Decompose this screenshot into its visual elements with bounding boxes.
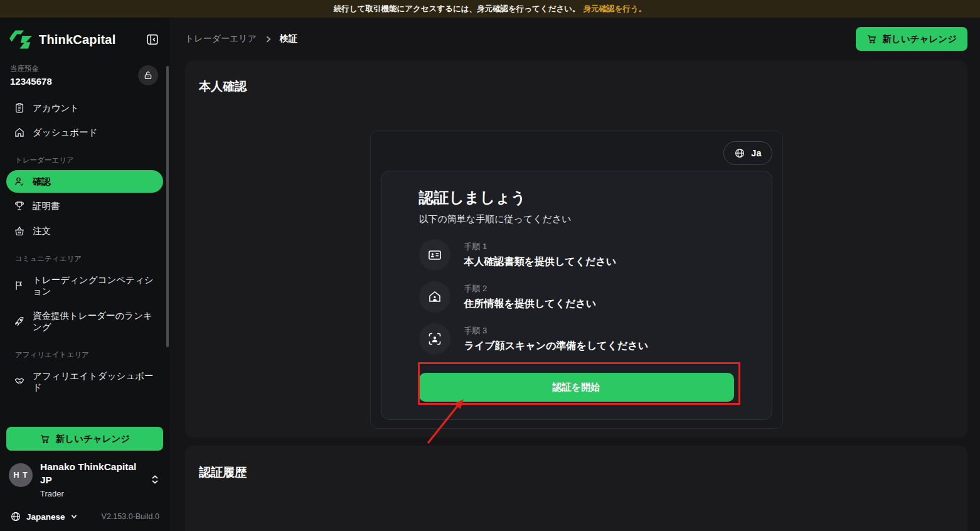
brand[interactable]: ThinkCapital <box>8 29 115 50</box>
home-user-icon <box>419 281 450 313</box>
sidebar: ThinkCapital 当座預金 12345678 <box>0 18 169 531</box>
verification-step: 手順 2 住所情報を提供してください <box>419 281 734 313</box>
unlock-icon[interactable] <box>138 65 158 85</box>
sidebar-item-label: 証明書 <box>33 200 60 212</box>
sidebar-item-dashboard[interactable]: ダッシュボード <box>6 121 163 144</box>
page: { "banner": { "text": "続行して取引機能にアクセスするには… <box>0 0 980 531</box>
sidebar-scrollbar[interactable] <box>166 66 169 347</box>
sidebar-item-label: トレーディングコンペティション <box>33 274 156 297</box>
step-label: 手順 2 <box>464 283 597 294</box>
sidebar-item-trading-competition[interactable]: トレーディングコンペティション <box>6 269 163 303</box>
user-name: Hanako ThinkCapital JP <box>40 461 139 487</box>
step-text: 本人確認書類を提供してください <box>464 255 617 269</box>
step-text: 住所情報を提供してください <box>464 298 597 311</box>
cart-icon <box>40 434 50 444</box>
breadcrumb: トレーダーエリア 検証 <box>185 33 297 45</box>
verification-step: 手順 1 本人確認書類を提供してください <box>419 239 734 271</box>
rocket-icon <box>14 316 25 327</box>
account-label: 当座預金 <box>10 64 52 73</box>
cart-icon <box>866 34 877 45</box>
account-summary: 当座預金 12345678 <box>0 56 169 92</box>
widget-language-label: Ja <box>751 148 761 158</box>
verification-heading: 認証しましょう <box>419 188 734 208</box>
sidebar-item-verification[interactable]: 確認 <box>6 170 163 193</box>
basket-icon <box>14 225 25 237</box>
sidebar-item-label: ダッシュボード <box>33 127 98 138</box>
identity-verification-card: 本人確認 Ja 認証しましょう 以下の簡単な手順に従ってください <box>185 61 967 437</box>
verification-step: 手順 3 ライブ顔スキャンの準備をしてください <box>419 323 734 355</box>
sidebar-item-label: 資金提供トレーダーのランキング <box>33 310 156 333</box>
sidebar-nav: アカウント ダッシュボード トレーダーエリア 確認 <box>0 92 169 400</box>
sidebar-header: ThinkCapital <box>0 18 169 56</box>
sidebar-item-label: アカウント <box>33 102 79 114</box>
chevron-right-icon <box>264 35 272 43</box>
globe-icon <box>734 148 745 159</box>
step-text: ライブ顔スキャンの準備をしてください <box>464 340 649 353</box>
handshake-icon <box>14 376 25 387</box>
verification-steps-card: 認証しましょう 以下の簡単な手順に従ってください <box>381 171 772 420</box>
new-challenge-button-sidebar[interactable]: 新しいチャレンジ <box>6 427 163 451</box>
language-selector[interactable]: Japanese <box>10 511 78 522</box>
user-role: Trader <box>40 489 139 498</box>
sidebar-item-orders[interactable]: 注文 <box>6 220 163 242</box>
widget-language-pill[interactable]: Ja <box>723 141 772 165</box>
account-number: 12345678 <box>10 76 52 87</box>
sidebar-bottom: 新しいチャレンジ H T Hanako ThinkCapital JP Trad… <box>0 427 169 531</box>
home-icon <box>14 127 25 138</box>
trophy-icon <box>14 200 25 212</box>
banner-verify-link[interactable]: 身元確認を行う。 <box>583 4 647 14</box>
main-header: トレーダーエリア 検証 新しいチャレンジ <box>169 18 980 51</box>
sidebar-item-label: 注文 <box>33 225 51 237</box>
user-switcher[interactable]: H T Hanako ThinkCapital JP Trader <box>6 451 163 505</box>
app-version: V2.153.0-Build.0 <box>102 512 159 521</box>
main-content: トレーダーエリア 検証 新しいチャレンジ 本人確認 <box>169 18 980 531</box>
sidebar-item-certificates[interactable]: 証明書 <box>6 195 163 217</box>
breadcrumb-section[interactable]: トレーダーエリア <box>185 33 257 45</box>
sidebar-item-affiliate-dashboard[interactable]: アフィリエイトダッシュボード <box>6 365 163 399</box>
step-label: 手順 1 <box>464 241 617 252</box>
verification-banner: 続行して取引機能にアクセスするには、身元確認を行ってください。 身元確認を行う。 <box>0 0 980 18</box>
sidebar-item-account[interactable]: アカウント <box>6 97 163 119</box>
verification-subheading: 以下の簡単な手順に従ってください <box>419 213 734 225</box>
user-check-icon <box>14 176 25 187</box>
chevron-up-down-icon[interactable] <box>151 475 159 485</box>
verification-widget: Ja 認証しましょう 以下の簡単な手順に従ってください <box>370 131 783 429</box>
step-label: 手順 3 <box>464 325 649 336</box>
sidebar-item-label: アフィリエイトダッシュボード <box>33 370 156 393</box>
new-challenge-button-header[interactable]: 新しいチャレンジ <box>856 27 967 51</box>
sidebar-item-funded-ranking[interactable]: 資金提供トレーダーのランキング <box>6 304 163 338</box>
banner-text: 続行して取引機能にアクセスするには、身元確認を行ってください。 <box>334 4 580 14</box>
steps-list: 手順 1 本人確認書類を提供してください <box>419 239 734 355</box>
brand-name: ThinkCapital <box>39 33 115 47</box>
verification-history-card: 認証履歴 <box>185 446 967 531</box>
flag-icon <box>14 280 25 291</box>
history-title: 認証履歴 <box>199 464 954 481</box>
new-challenge-label: 新しいチャレンジ <box>56 433 130 445</box>
card-title: 本人確認 <box>185 61 967 95</box>
sidebar-item-label: 確認 <box>33 176 51 187</box>
breadcrumb-page: 検証 <box>280 33 297 45</box>
sidebar-collapse-icon[interactable] <box>144 31 161 48</box>
sidebar-footer: Japanese V2.153.0-Build.0 <box>6 505 163 523</box>
start-verification-button[interactable]: 認証を開始 <box>419 373 734 402</box>
chevron-down-icon <box>70 513 78 520</box>
avatar: H T <box>9 463 33 487</box>
section-affiliate-area: アフィリエイトエリア <box>6 340 163 365</box>
section-community-area: コミュニティエリア <box>6 244 163 269</box>
thinkcapital-logo-icon <box>8 29 34 50</box>
face-scan-icon <box>419 323 450 355</box>
globe-icon <box>10 511 21 522</box>
clipboard-icon <box>14 102 25 114</box>
language-label: Japanese <box>26 512 65 522</box>
id-card-icon <box>419 239 450 271</box>
section-trader-area: トレーダーエリア <box>6 146 163 170</box>
new-challenge-label: 新しいチャレンジ <box>883 33 957 45</box>
